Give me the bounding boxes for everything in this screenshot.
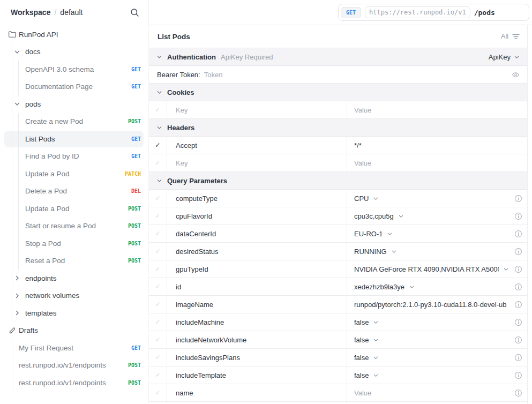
info-icon[interactable]	[509, 190, 527, 207]
sidebar-item-update-a-pod[interactable]: Update a Pod PATCH	[0, 165, 148, 183]
sidebar-item-pods[interactable]: pods	[0, 95, 148, 113]
chevron-down-icon[interactable]	[398, 213, 404, 219]
chevron-down-icon[interactable]	[373, 319, 379, 325]
sidebar-item-create-a-new-pod[interactable]: Create a new Pod POST	[0, 113, 148, 131]
param-key-input[interactable]: includeMachine	[167, 313, 347, 331]
chevron-down-icon[interactable]	[373, 337, 379, 343]
row-checkbox[interactable]: ✓	[149, 331, 167, 348]
row-checkbox[interactable]: ✓	[149, 154, 167, 171]
row-checkbox[interactable]: ✓	[149, 137, 167, 154]
chevron-down-icon[interactable]	[373, 372, 379, 378]
chevron-down-icon[interactable]	[156, 178, 162, 184]
param-value-input[interactable]: NVIDIA GeForce RTX 4090,NVIDIA RTX A5000	[347, 260, 509, 278]
sidebar-item-rest-runpod-io-v1-endpoints[interactable]: rest.runpod.io/v1/endpoints POST	[0, 374, 148, 392]
row-checkbox[interactable]: ✓	[149, 260, 167, 278]
sidebar-item-reset-a-pod[interactable]: Reset a Pod POST	[0, 252, 148, 270]
param-value-input[interactable]: RUNNING	[347, 243, 509, 260]
param-key-input[interactable]: imageName	[167, 296, 347, 313]
row-checkbox[interactable]: ✓	[149, 101, 167, 118]
workspace-name[interactable]: default	[60, 8, 83, 17]
param-value-input[interactable]: false	[347, 313, 509, 331]
sidebar-item-endpoints[interactable]: endpoints	[0, 270, 148, 287]
param-key-input[interactable]: desiredStatus	[167, 243, 347, 260]
sidebar-item-stop-a-pod[interactable]: Stop a Pod POST	[0, 235, 148, 252]
row-checkbox[interactable]: ✓	[149, 296, 167, 313]
param-key-input[interactable]: Key	[167, 154, 347, 171]
auth-type-value[interactable]: ApiKey	[489, 53, 511, 61]
sidebar-item-documentation-page[interactable]: Documentation Page GET	[0, 78, 148, 96]
sidebar-item-drafts[interactable]: Drafts	[0, 322, 148, 340]
row-checkbox[interactable]: ✓	[149, 190, 167, 207]
url-path-input[interactable]: /pods	[474, 9, 495, 17]
auth-type-selector[interactable]: ApiKey	[489, 53, 520, 61]
chevron-down-icon[interactable]	[503, 266, 509, 272]
row-checkbox[interactable]: ✓	[149, 313, 167, 331]
param-value-input[interactable]: */*	[347, 137, 527, 154]
sidebar-item-my-first-request[interactable]: My First Request GET	[0, 339, 148, 357]
row-checkbox[interactable]: ✓	[149, 349, 167, 366]
param-value-input[interactable]: runpod/pytorch:2.1.0-py3.10-cuda11.8.0-d…	[347, 296, 509, 313]
info-icon[interactable]	[509, 384, 527, 401]
info-icon[interactable]	[509, 278, 527, 295]
param-key-input[interactable]: Key	[167, 101, 347, 118]
param-key-input[interactable]: cpuFlavorId	[167, 207, 347, 225]
param-value-input[interactable]: false	[347, 349, 509, 366]
sidebar-item-update-a-pod[interactable]: Update a Pod POST	[0, 200, 148, 218]
param-value-input[interactable]: false	[347, 366, 509, 384]
sidebar-item-list-pods[interactable]: List Pods GET	[0, 130, 148, 148]
param-value-input[interactable]: CPU	[347, 190, 509, 207]
info-icon[interactable]	[509, 225, 527, 242]
eye-icon[interactable]	[512, 71, 520, 79]
param-key-input[interactable]: Accept	[167, 137, 347, 154]
param-value-input[interactable]: cpu3c,cpu5g	[347, 207, 509, 225]
info-icon[interactable]	[509, 260, 527, 278]
section-headers[interactable]: Headers	[149, 119, 527, 137]
chevron-right-icon[interactable]	[14, 310, 20, 316]
param-value-input[interactable]: EU-RO-1	[347, 225, 509, 242]
chevron-down-icon[interactable]	[373, 355, 379, 361]
sidebar-item-openapi-3-0-schema[interactable]: OpenAPI 3.0 schema GET	[0, 61, 148, 78]
chevron-down-icon[interactable]	[373, 196, 379, 201]
row-checkbox[interactable]: ✓	[149, 243, 167, 260]
chevron-down-icon[interactable]	[387, 231, 393, 237]
filter-icon[interactable]	[512, 33, 520, 40]
param-value-input[interactable]: xedezhzb9la3ye	[347, 278, 509, 295]
sidebar-item-rest-runpod-io-v1-endpoints[interactable]: rest.runpod.io/v1/endpoints POST	[0, 357, 148, 375]
chevron-down-icon[interactable]	[391, 249, 397, 255]
filter-label[interactable]: All	[501, 33, 508, 40]
chevron-down-icon[interactable]	[156, 89, 162, 95]
chevron-down-icon[interactable]	[156, 125, 162, 131]
method-selector[interactable]: GET	[341, 7, 361, 18]
row-checkbox[interactable]: ✓	[149, 225, 167, 242]
param-key-cell[interactable]	[167, 402, 347, 404]
chevron-down-icon[interactable]	[409, 284, 415, 290]
param-value-input[interactable]: Value	[347, 101, 527, 118]
info-icon[interactable]	[509, 366, 527, 384]
row-checkbox[interactable]	[149, 402, 167, 404]
sidebar-item-delete-a-pod[interactable]: Delete a Pod DEL	[0, 183, 148, 200]
param-value-input[interactable]: Value	[347, 384, 509, 401]
param-key-input[interactable]: includeTemplate	[167, 366, 347, 384]
chevron-down-icon[interactable]	[14, 101, 20, 107]
section-cookies[interactable]: Cookies	[149, 84, 527, 101]
param-key-input[interactable]: name	[167, 384, 347, 401]
bearer-token-input[interactable]: Token	[204, 71, 223, 79]
info-icon[interactable]	[509, 296, 527, 313]
info-icon[interactable]	[509, 207, 527, 225]
search-icon[interactable]	[130, 8, 139, 17]
param-key-input[interactable]: dataCenterId	[167, 225, 347, 242]
info-icon[interactable]	[509, 349, 527, 366]
row-checkbox[interactable]: ✓	[149, 278, 167, 295]
info-icon[interactable]	[509, 243, 527, 260]
sidebar-item-docs[interactable]: docs	[0, 43, 148, 61]
param-key-input[interactable]: computeType	[167, 190, 347, 207]
filter-control[interactable]: All	[501, 33, 520, 40]
chevron-right-icon[interactable]	[14, 275, 20, 281]
param-key-input[interactable]: gpuTypeId	[167, 260, 347, 278]
workspace-label[interactable]: Workspace	[11, 8, 50, 17]
param-value-cell[interactable]	[347, 402, 527, 404]
sidebar-item-network-volumes[interactable]: network volumes	[0, 287, 148, 305]
sidebar-item-find-a-pod-by-id[interactable]: Find a Pod by ID GET	[0, 148, 148, 166]
param-key-input[interactable]: includeSavingsPlans	[167, 349, 347, 366]
param-value-input[interactable]: false	[347, 331, 509, 348]
